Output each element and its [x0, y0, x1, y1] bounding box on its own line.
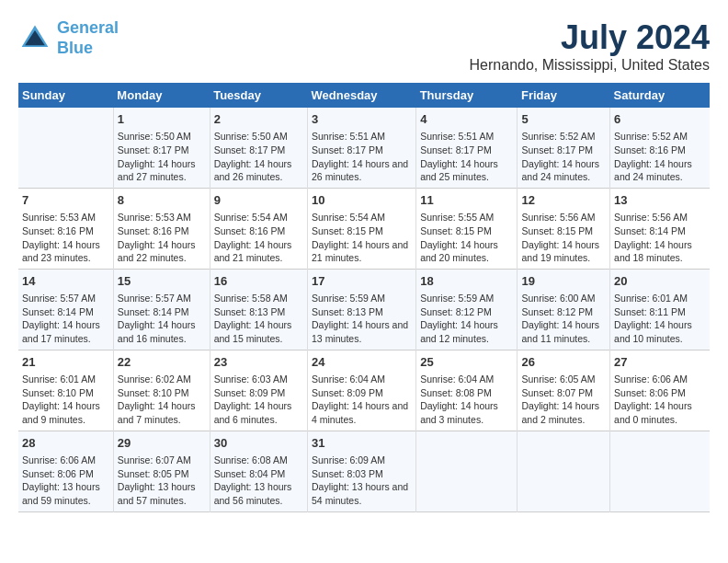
day-cell: 14 Sunrise: 5:57 AMSunset: 8:14 PMDaylig… [18, 269, 113, 350]
main-title: July 2024 [470, 18, 710, 57]
day-number: 3 [312, 111, 412, 128]
day-cell: 5 Sunrise: 5:52 AMSunset: 8:17 PMDayligh… [518, 108, 610, 188]
day-cell: 1 Sunrise: 5:50 AMSunset: 8:17 PMDayligh… [113, 108, 210, 188]
day-number: 2 [214, 111, 303, 128]
day-info: Sunrise: 5:52 AMSunset: 8:16 PMDaylight:… [614, 130, 706, 184]
day-number: 4 [420, 111, 513, 128]
day-info: Sunrise: 5:54 AMSunset: 8:16 PMDaylight:… [214, 211, 303, 265]
day-cell: 23 Sunrise: 6:03 AMSunset: 8:09 PMDaylig… [210, 350, 307, 431]
day-cell: 27 Sunrise: 6:06 AMSunset: 8:06 PMDaylig… [610, 350, 710, 431]
day-cell: 9 Sunrise: 5:54 AMSunset: 8:16 PMDayligh… [210, 188, 307, 269]
day-info: Sunrise: 5:55 AMSunset: 8:15 PMDaylight:… [420, 211, 513, 265]
col-header-sunday: Sunday [18, 83, 113, 108]
day-number: 19 [521, 273, 606, 290]
day-info: Sunrise: 6:04 AMSunset: 8:09 PMDaylight:… [312, 373, 412, 427]
day-cell: 24 Sunrise: 6:04 AMSunset: 8:09 PMDaylig… [308, 350, 416, 431]
col-header-saturday: Saturday [610, 83, 710, 108]
day-info: Sunrise: 6:05 AMSunset: 8:07 PMDaylight:… [521, 373, 606, 427]
day-info: Sunrise: 6:03 AMSunset: 8:09 PMDaylight:… [214, 373, 303, 427]
day-cell: 11 Sunrise: 5:55 AMSunset: 8:15 PMDaylig… [416, 188, 518, 269]
day-cell: 13 Sunrise: 5:56 AMSunset: 8:14 PMDaylig… [610, 188, 710, 269]
week-row-2: 7 Sunrise: 5:53 AMSunset: 8:16 PMDayligh… [18, 188, 710, 269]
day-cell: 16 Sunrise: 5:58 AMSunset: 8:13 PMDaylig… [210, 269, 307, 350]
day-info: Sunrise: 6:09 AMSunset: 8:03 PMDaylight:… [312, 454, 412, 508]
day-number: 24 [312, 354, 412, 371]
day-number: 11 [420, 192, 513, 209]
day-number: 27 [614, 354, 706, 371]
day-info: Sunrise: 5:54 AMSunset: 8:15 PMDaylight:… [312, 211, 412, 265]
page-header: General Blue July 2024 Hernando, Mississ… [18, 18, 710, 74]
day-cell: 15 Sunrise: 5:57 AMSunset: 8:14 PMDaylig… [113, 269, 210, 350]
day-cell: 20 Sunrise: 6:01 AMSunset: 8:11 PMDaylig… [610, 269, 710, 350]
col-header-wednesday: Wednesday [308, 83, 416, 108]
day-info: Sunrise: 5:51 AMSunset: 8:17 PMDaylight:… [420, 130, 513, 184]
day-cell: 18 Sunrise: 5:59 AMSunset: 8:12 PMDaylig… [416, 269, 518, 350]
logo: General Blue [18, 18, 119, 58]
day-cell [416, 431, 518, 511]
day-info: Sunrise: 6:06 AMSunset: 8:06 PMDaylight:… [22, 454, 109, 508]
day-info: Sunrise: 6:06 AMSunset: 8:06 PMDaylight:… [614, 373, 706, 427]
day-info: Sunrise: 5:53 AMSunset: 8:16 PMDaylight:… [118, 211, 206, 265]
day-cell: 8 Sunrise: 5:53 AMSunset: 8:16 PMDayligh… [113, 188, 210, 269]
col-header-friday: Friday [518, 83, 610, 108]
day-cell [610, 431, 710, 511]
day-number: 20 [614, 273, 706, 290]
day-number: 13 [614, 192, 706, 209]
day-number: 22 [118, 354, 206, 371]
week-row-1: 1 Sunrise: 5:50 AMSunset: 8:17 PMDayligh… [18, 108, 710, 188]
day-cell [18, 108, 113, 188]
day-cell: 29 Sunrise: 6:07 AMSunset: 8:05 PMDaylig… [113, 431, 210, 511]
day-number: 29 [118, 435, 206, 452]
day-info: Sunrise: 6:04 AMSunset: 8:08 PMDaylight:… [420, 373, 513, 427]
day-info: Sunrise: 5:59 AMSunset: 8:13 PMDaylight:… [312, 292, 412, 346]
day-number: 8 [118, 192, 206, 209]
day-number: 17 [312, 273, 412, 290]
day-info: Sunrise: 6:00 AMSunset: 8:12 PMDaylight:… [521, 292, 606, 346]
day-cell: 22 Sunrise: 6:02 AMSunset: 8:10 PMDaylig… [113, 350, 210, 431]
day-number: 30 [214, 435, 303, 452]
title-block: July 2024 Hernando, Mississippi, United … [470, 18, 710, 74]
day-info: Sunrise: 6:02 AMSunset: 8:10 PMDaylight:… [118, 373, 206, 427]
day-number: 25 [420, 354, 513, 371]
logo-text: General Blue [57, 18, 119, 58]
day-number: 5 [521, 111, 606, 128]
day-info: Sunrise: 6:07 AMSunset: 8:05 PMDaylight:… [118, 454, 206, 508]
day-number: 26 [521, 354, 606, 371]
day-number: 14 [22, 273, 109, 290]
day-cell: 28 Sunrise: 6:06 AMSunset: 8:06 PMDaylig… [18, 431, 113, 511]
day-info: Sunrise: 5:57 AMSunset: 8:14 PMDaylight:… [22, 292, 109, 346]
day-number: 28 [22, 435, 109, 452]
day-info: Sunrise: 5:56 AMSunset: 8:14 PMDaylight:… [614, 211, 706, 265]
logo-icon [18, 22, 51, 55]
day-number: 18 [420, 273, 513, 290]
subtitle: Hernando, Mississippi, United States [470, 57, 710, 74]
day-number: 15 [118, 273, 206, 290]
day-cell: 4 Sunrise: 5:51 AMSunset: 8:17 PMDayligh… [416, 108, 518, 188]
day-cell [518, 431, 610, 511]
day-number: 23 [214, 354, 303, 371]
day-cell: 2 Sunrise: 5:50 AMSunset: 8:17 PMDayligh… [210, 108, 307, 188]
day-cell: 7 Sunrise: 5:53 AMSunset: 8:16 PMDayligh… [18, 188, 113, 269]
day-info: Sunrise: 5:58 AMSunset: 8:13 PMDaylight:… [214, 292, 303, 346]
day-cell: 3 Sunrise: 5:51 AMSunset: 8:17 PMDayligh… [308, 108, 416, 188]
day-info: Sunrise: 5:56 AMSunset: 8:15 PMDaylight:… [521, 211, 606, 265]
day-cell: 19 Sunrise: 6:00 AMSunset: 8:12 PMDaylig… [518, 269, 610, 350]
day-info: Sunrise: 5:51 AMSunset: 8:17 PMDaylight:… [312, 130, 412, 184]
day-cell: 10 Sunrise: 5:54 AMSunset: 8:15 PMDaylig… [308, 188, 416, 269]
day-info: Sunrise: 5:57 AMSunset: 8:14 PMDaylight:… [118, 292, 206, 346]
day-info: Sunrise: 5:50 AMSunset: 8:17 PMDaylight:… [118, 130, 206, 184]
col-header-monday: Monday [113, 83, 210, 108]
header-row: SundayMondayTuesdayWednesdayThursdayFrid… [18, 83, 710, 108]
day-cell: 6 Sunrise: 5:52 AMSunset: 8:16 PMDayligh… [610, 108, 710, 188]
day-number: 21 [22, 354, 109, 371]
day-number: 7 [22, 192, 109, 209]
week-row-5: 28 Sunrise: 6:06 AMSunset: 8:06 PMDaylig… [18, 431, 710, 511]
day-info: Sunrise: 5:52 AMSunset: 8:17 PMDaylight:… [521, 130, 606, 184]
day-cell: 31 Sunrise: 6:09 AMSunset: 8:03 PMDaylig… [308, 431, 416, 511]
calendar-table: SundayMondayTuesdayWednesdayThursdayFrid… [18, 83, 710, 512]
day-number: 6 [614, 111, 706, 128]
day-number: 12 [521, 192, 606, 209]
day-cell: 21 Sunrise: 6:01 AMSunset: 8:10 PMDaylig… [18, 350, 113, 431]
day-info: Sunrise: 6:01 AMSunset: 8:10 PMDaylight:… [22, 373, 109, 427]
day-info: Sunrise: 6:08 AMSunset: 8:04 PMDaylight:… [214, 454, 303, 508]
